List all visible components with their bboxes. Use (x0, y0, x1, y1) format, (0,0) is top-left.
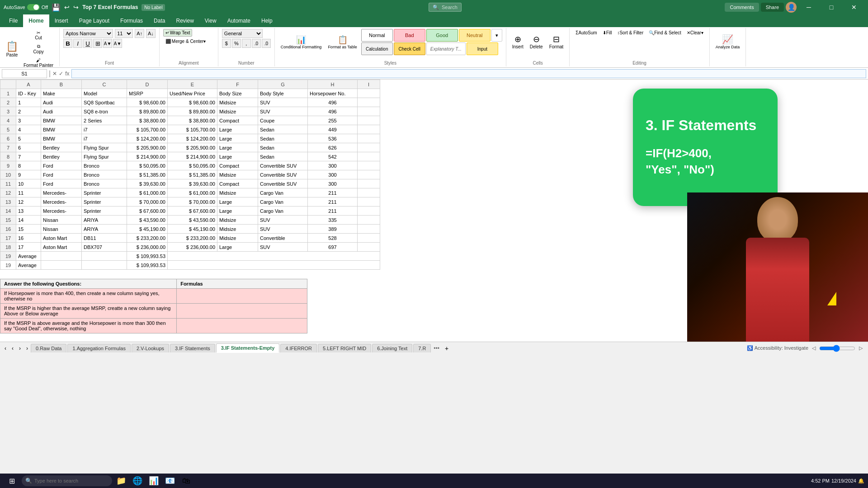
header-id[interactable]: ID - Key (16, 89, 41, 98)
cell-price[interactable]: $ 236,000.00 (168, 243, 217, 252)
cell-extra[interactable] (358, 170, 380, 179)
cut-button[interactable]: ✂ Cut (21, 29, 56, 42)
cell-body-style[interactable]: Cargo Van (258, 188, 308, 197)
cell-msrp[interactable]: $ 98,600.00 (127, 98, 168, 107)
prev-sheets-button[interactable]: ‹ (2, 344, 9, 352)
nav-last-button[interactable]: › (24, 344, 31, 352)
cell-body-style[interactable]: SUV (258, 216, 308, 225)
paste-button[interactable]: 📋 Paste (4, 37, 20, 62)
cell-make[interactable]: BMW (41, 116, 82, 125)
cell-body-style[interactable]: Convertible SUV (258, 161, 308, 170)
cell-msrp[interactable]: $ 233,200.00 (127, 234, 168, 243)
cell-make[interactable]: Bentley (41, 143, 82, 152)
cell-extra[interactable] (358, 206, 380, 216)
search-bar[interactable]: 🔍 Search (429, 3, 462, 12)
cell-model[interactable]: DB11 (82, 234, 127, 243)
cell-extra[interactable] (358, 134, 380, 143)
cell-body-size[interactable]: Midsize (217, 98, 258, 107)
save-icon[interactable]: 💾 (52, 3, 61, 12)
cell-extra[interactable] (358, 234, 380, 243)
cell-price[interactable]: $ 45,190.00 (168, 225, 217, 234)
cell-body-size[interactable]: Compact (217, 116, 258, 125)
wrap-text-button[interactable]: ↵ Wrap Text (163, 29, 193, 37)
cell-make[interactable]: Nissan (41, 216, 82, 225)
name-box[interactable] (2, 69, 47, 78)
nav-left-button[interactable]: ‹ (9, 344, 16, 352)
font-name-select[interactable]: Aptos Narrow (63, 29, 113, 38)
good-style[interactable]: Good (426, 29, 458, 42)
cell-msrp[interactable]: $ 61,000.00 (127, 188, 168, 197)
header-msrp[interactable]: MSRP (127, 89, 168, 98)
cell-id[interactable]: 13 (16, 206, 41, 216)
delete-button[interactable]: ⊖ Delete (528, 29, 545, 54)
cell-model[interactable]: ARIYA (82, 225, 127, 234)
share-button[interactable]: Share (761, 3, 784, 12)
cell-model[interactable]: Bronco (82, 170, 127, 179)
cell-make[interactable]: Bentley (41, 152, 82, 161)
cell-hp[interactable]: 300 (308, 161, 358, 170)
taskbar-excel[interactable]: 📊 (146, 474, 161, 487)
tab-aggregation[interactable]: 1.Aggregation Formulas (67, 344, 130, 352)
col-header-h[interactable]: H (308, 80, 358, 89)
cell-body-size[interactable]: Large (217, 125, 258, 134)
cell-price[interactable]: $ 124,200.00 (168, 134, 217, 143)
cell-msrp[interactable]: $ 214,900.00 (127, 152, 168, 161)
cell-price[interactable]: $ 233,200.00 (168, 234, 217, 243)
insert-function-icon[interactable]: fx (65, 70, 69, 77)
sort-filter-button[interactable]: ↕ Sort & Filter (615, 29, 646, 37)
fill-button[interactable]: ⬇ Fill (600, 29, 614, 37)
cell-hp[interactable]: 211 (308, 206, 358, 216)
cell-id[interactable]: 7 (16, 152, 41, 161)
bad-style[interactable]: Bad (394, 29, 425, 42)
format-button[interactable]: ⊟ Format (547, 29, 566, 54)
col-header-f[interactable]: F (217, 80, 258, 89)
percent-button[interactable]: % (232, 39, 241, 48)
question-3-text[interactable]: If the MSRP is above average and the Hor… (0, 319, 177, 333)
cell-body-size[interactable]: Midsize (217, 216, 258, 225)
header-body-size[interactable]: Body Size (217, 89, 258, 98)
format-as-table-button[interactable]: 📋 Format as Table (326, 29, 359, 55)
cell-make[interactable]: Mercedes- (41, 188, 82, 197)
copy-button[interactable]: ⧉ Copy (21, 42, 56, 56)
cell-id[interactable]: 2 (16, 107, 41, 116)
formula-1-cell[interactable] (177, 289, 307, 304)
tab-left-right-mid[interactable]: 5.LEFT RIGHT MID (318, 344, 371, 352)
cell-hp[interactable]: 449 (308, 125, 358, 134)
tab-iferror[interactable]: 4.IFERROR (280, 344, 317, 352)
cell-msrp[interactable]: $ 38,800.00 (127, 116, 168, 125)
analyze-data-button[interactable]: 📈 Analyze Data (713, 29, 742, 54)
format-painter-button[interactable]: 🖌 Format Painter (21, 56, 56, 69)
cell-body-style[interactable]: Coupe (258, 116, 308, 125)
cell-body-size[interactable]: Midsize (217, 234, 258, 243)
cell-body-style[interactable]: Sedan (258, 143, 308, 152)
cell-model[interactable]: 2 Series (82, 116, 127, 125)
cell-extra[interactable] (358, 107, 380, 116)
cell-model[interactable]: SQ8 Sportbac (82, 98, 127, 107)
cell-model[interactable]: Bronco (82, 161, 127, 170)
font-color-button[interactable]: A▼ (113, 39, 122, 48)
cell-hp[interactable]: 496 (308, 107, 358, 116)
cell-msrp[interactable]: $ 67,600.00 (127, 206, 168, 216)
undo-icon[interactable]: ↩ (64, 4, 70, 11)
styles-expand-button[interactable]: ▾ (491, 29, 502, 42)
cell-make[interactable]: Aston Mart (41, 243, 82, 252)
cell-msrp[interactable]: $ 105,700.00 (127, 125, 168, 134)
formula-2-cell[interactable] (177, 304, 307, 319)
cell-body-size[interactable]: Midsize (217, 107, 258, 116)
autosave-toggle[interactable] (27, 4, 40, 10)
cell-hp[interactable]: 300 (308, 179, 358, 188)
formula-input[interactable]: If Horsepower is more than 400, then cre… (71, 69, 867, 78)
tab-if-statements[interactable]: 3.IF Statements (170, 344, 215, 352)
tab-page-layout[interactable]: Page Layout (74, 14, 115, 27)
taskbar-mail[interactable]: 📧 (163, 474, 177, 487)
minimize-button[interactable]: ─ (798, 0, 819, 14)
header-extra[interactable] (358, 89, 380, 98)
cell-hp[interactable]: 300 (308, 170, 358, 179)
col-header-b[interactable]: B (41, 80, 82, 89)
cell-price[interactable]: $ 70,000.00 (168, 197, 217, 206)
cell-price[interactable]: $ 205,900.00 (168, 143, 217, 152)
cell-price[interactable]: $ 39,630.00 (168, 179, 217, 188)
cell-extra[interactable] (358, 116, 380, 125)
border-button[interactable]: ⊞ (93, 39, 102, 48)
cell-msrp[interactable]: $ 89,800.00 (127, 107, 168, 116)
